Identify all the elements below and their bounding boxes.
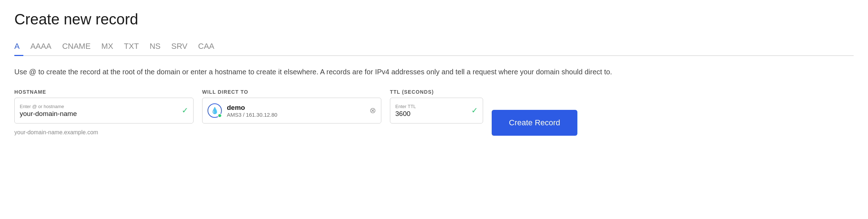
ttl-check-icon: ✓ [471,106,478,115]
tab-mx[interactable]: MX [98,38,120,55]
clear-selection-icon[interactable]: ⊗ [369,106,376,115]
tab-ns[interactable]: NS [146,38,168,55]
hostname-placeholder: Enter @ or hostname [20,104,178,109]
online-status-dot [218,113,222,118]
record-description: Use @ to create the record at the root o… [14,66,659,78]
ttl-input-inner: Enter TTL 3600 [395,104,468,118]
ttl-placeholder: Enter TTL [395,104,468,109]
dropdown-text: demo AMS3 / 161.30.12.80 [227,104,361,118]
tab-caa[interactable]: CAA [195,38,221,55]
hostname-value: your-domain-name [20,110,178,118]
create-record-button[interactable]: Create Record [492,110,577,136]
tab-cname[interactable]: CNAME [58,38,97,55]
will-direct-field-group: WILL DIRECT TO 💧 demo AMS3 / 161.30.12.8… [202,89,381,124]
will-direct-label: WILL DIRECT TO [202,89,381,95]
will-direct-dropdown[interactable]: 💧 demo AMS3 / 161.30.12.80 ⊗ [202,98,381,124]
water-drop-icon: 💧 [211,107,219,115]
server-name: demo [227,104,361,112]
server-icon-wrap: 💧 [208,103,222,118]
tab-srv[interactable]: SRV [168,38,195,55]
tab-a[interactable]: A [14,38,27,55]
hostname-input-inner: Enter @ or hostname your-domain-name [20,104,178,118]
ttl-value: 3600 [395,110,468,118]
hostname-hint: your-domain-name.example.com [14,129,194,136]
tabs: A AAAA CNAME MX TXT NS SRV CAA [14,38,854,55]
ttl-field-group: TTL (SECONDS) Enter TTL 3600 ✓ [390,89,483,124]
tab-txt[interactable]: TXT [120,38,146,55]
hostname-check-icon: ✓ [182,106,188,115]
page-title: Create new record [14,11,854,28]
hostname-label: HOSTNAME [14,89,194,95]
hostname-field-group: HOSTNAME Enter @ or hostname your-domain… [14,89,194,136]
tab-aaaa[interactable]: AAAA [27,38,59,55]
form-section: HOSTNAME Enter @ or hostname your-domain… [14,89,854,136]
ttl-label: TTL (SECONDS) [390,89,483,95]
hostname-input-wrapper[interactable]: Enter @ or hostname your-domain-name ✓ [14,98,194,124]
tabs-container: A AAAA CNAME MX TXT NS SRV CAA [14,38,854,56]
ttl-input-wrapper[interactable]: Enter TTL 3600 ✓ [390,98,483,124]
server-sub: AMS3 / 161.30.12.80 [227,112,361,118]
